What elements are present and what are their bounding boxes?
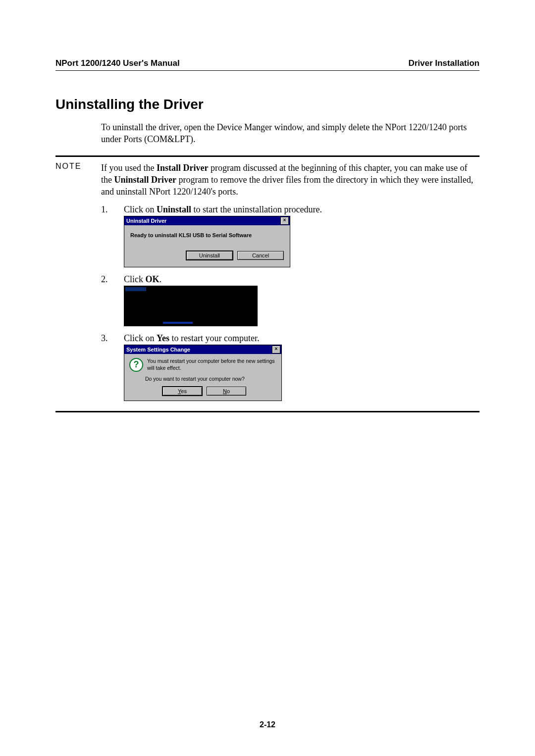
- system-settings-change-dialog: System Settings Change × ? You must rest…: [124, 345, 282, 401]
- page-header: NPort 1200/1240 User's Manual Driver Ins…: [55, 58, 480, 71]
- no-button[interactable]: No: [207, 387, 246, 396]
- steps-list: 1. Click on Uninstall to start the unins…: [101, 204, 480, 401]
- document-page: NPort 1200/1240 User's Manual Driver Ins…: [0, 0, 535, 756]
- header-left: NPort 1200/1240 User's Manual: [55, 58, 180, 68]
- step-2: 2. Click OK.: [101, 274, 480, 326]
- dialog-message-1: You must restart your computer before th…: [147, 358, 276, 371]
- note-text: If you used the Install Driver program d…: [101, 162, 480, 198]
- section-title: Uninstalling the Driver: [55, 97, 480, 112]
- cancel-button[interactable]: Cancel: [237, 251, 284, 260]
- intro-paragraph: To uninstall the driver, open the Device…: [101, 121, 480, 146]
- question-icon: ?: [129, 358, 143, 372]
- placeholder-segment: [125, 287, 146, 291]
- dialog-title: System Settings Change: [126, 347, 190, 353]
- uninstall-button[interactable]: Uninstall: [186, 251, 233, 260]
- dialog-titlebar: System Settings Change ×: [124, 345, 281, 354]
- dialog-message: Ready to uninstall KLSI USB to Serial So…: [130, 232, 284, 238]
- note-label: NOTE: [55, 162, 86, 171]
- note-box: NOTE If you used the Install Driver prog…: [55, 155, 480, 413]
- dialog-titlebar: Uninstall Driver ×: [124, 216, 290, 225]
- step-1: 1. Click on Uninstall to start the unins…: [101, 204, 480, 267]
- uninstall-driver-dialog: Uninstall Driver × Ready to uninstall KL…: [124, 216, 290, 267]
- yes-button[interactable]: Yes: [162, 387, 202, 396]
- ok-dialog-placeholder: [124, 286, 258, 326]
- placeholder-segment: [163, 322, 193, 324]
- page-number: 2-12: [0, 720, 535, 729]
- step-3: 3. Click on Yes to restart your computer…: [101, 333, 480, 401]
- dialog-title: Uninstall Driver: [126, 218, 166, 224]
- header-right: Driver Installation: [408, 58, 480, 68]
- step-3-text: Click on Yes to restart your computer.: [124, 333, 480, 344]
- step-2-text: Click OK.: [124, 274, 480, 285]
- close-icon[interactable]: ×: [272, 346, 280, 353]
- dialog-message-2: Do you want to restart your computer now…: [145, 376, 276, 382]
- close-icon[interactable]: ×: [280, 217, 289, 225]
- step-1-text: Click on Uninstall to start the uninstal…: [124, 204, 480, 215]
